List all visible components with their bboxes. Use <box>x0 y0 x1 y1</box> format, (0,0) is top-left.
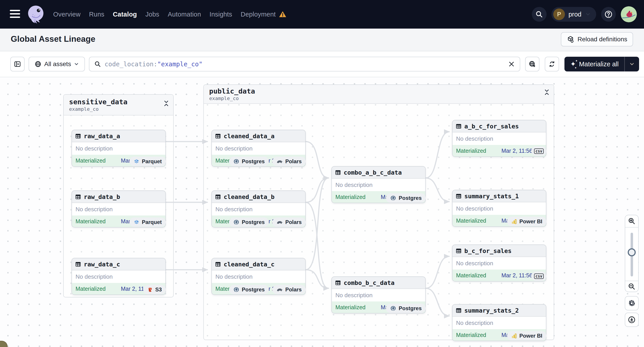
csv-icon: csv <box>534 274 544 279</box>
tag-postgres[interactable]: Postgres <box>229 218 269 227</box>
table-icon <box>215 133 221 139</box>
nav-item-insights[interactable]: Insights <box>210 11 232 18</box>
nav-item-deployment-label: Deployment <box>241 11 276 18</box>
zoom-control <box>625 215 639 292</box>
global-search-button[interactable] <box>532 7 546 22</box>
group-name: public_data <box>209 87 548 95</box>
nav-item-jobs[interactable]: Jobs <box>146 11 159 18</box>
asset-name: summary_stats_1 <box>464 193 519 200</box>
chevron-down-icon <box>585 11 591 17</box>
zoom-in-button[interactable] <box>625 215 638 227</box>
deployment-warning-icon <box>279 10 286 18</box>
tag-postgres[interactable]: Postgres <box>386 193 426 203</box>
environment-switcher[interactable]: P prod <box>552 7 596 22</box>
nav-item-catalog[interactable]: Catalog <box>113 11 137 18</box>
asset-tags: Postgres <box>332 304 426 313</box>
refresh-icon <box>548 60 556 68</box>
asset-search-input[interactable]: code_location:"example_co" <box>89 57 520 71</box>
asset-description: No description <box>212 142 305 155</box>
group-name: sensitive_data <box>69 98 168 106</box>
powerbi-icon <box>511 333 517 339</box>
tag-postgres[interactable]: Postgres <box>229 285 269 294</box>
lineage-canvas[interactable]: sensitive_data example_co public_data ex… <box>0 77 644 347</box>
reload-definitions-button[interactable]: Reload definitions <box>561 32 633 46</box>
s3-bucket-icon <box>147 287 153 293</box>
zoom-slider-thumb[interactable] <box>628 248 636 256</box>
asset-tags: Postgres Polars <box>212 218 306 227</box>
tag-csv[interactable]: csv <box>532 146 546 156</box>
close-icon <box>508 61 515 67</box>
table-icon <box>456 308 462 314</box>
tag-polars[interactable]: Polars <box>272 285 306 294</box>
materialize-options-caret[interactable] <box>624 57 639 71</box>
tag-powerbi[interactable]: Power BI <box>507 331 546 341</box>
collapse-group-icon[interactable] <box>544 89 550 96</box>
open-left-panel-button[interactable] <box>10 57 24 71</box>
zoom-in-icon <box>628 217 636 225</box>
asset-name: raw_data_b <box>84 193 120 200</box>
postgres-icon <box>233 158 240 165</box>
asset-description: No description <box>212 203 305 216</box>
group-header-public-data[interactable]: public_data example_co <box>204 85 554 104</box>
graph-settings-button[interactable] <box>625 296 639 310</box>
nav-item-automation[interactable]: Automation <box>168 11 201 18</box>
tag-csv[interactable]: csv <box>532 272 546 281</box>
tag-postgres[interactable]: Postgres <box>229 157 269 166</box>
collapse-group-icon[interactable] <box>163 100 170 107</box>
asset-tags: Postgres <box>332 193 426 203</box>
group-header-sensitive-data[interactable]: sensitive_data example_co <box>64 95 173 115</box>
nav-right-cluster: P prod <box>532 0 637 28</box>
table-icon <box>75 133 81 139</box>
asset-name: summary_stats_2 <box>464 307 519 314</box>
nav-item-runs[interactable]: Runs <box>89 11 104 18</box>
nav-item-deployment[interactable]: Deployment <box>241 10 286 18</box>
hamburger-menu-icon[interactable] <box>10 10 20 19</box>
asset-description: No description <box>452 317 546 329</box>
asset-scope-dropdown[interactable]: All assets <box>28 57 85 71</box>
tag-s3[interactable]: S3 <box>143 285 166 294</box>
postgres-icon <box>233 287 240 293</box>
asset-graph-settings-button[interactable] <box>525 57 540 71</box>
asset-tags: csv <box>452 146 546 156</box>
zoom-out-button[interactable] <box>625 281 638 292</box>
tag-parquet[interactable]: Parquet <box>130 157 166 166</box>
refresh-button[interactable] <box>545 57 559 71</box>
tag-postgres[interactable]: Postgres <box>386 304 426 313</box>
clear-search-button[interactable] <box>508 61 515 67</box>
lineage-toolbar: All assets code_location:"example_co" ✦✦… <box>0 51 644 77</box>
asset-tags: S3 <box>72 285 166 294</box>
table-icon <box>456 193 462 199</box>
tag-powerbi[interactable]: Power BI <box>507 217 546 226</box>
zoom-out-icon <box>628 283 636 290</box>
asset-name: raw_data_c <box>84 261 120 268</box>
csv-icon: csv <box>534 148 544 154</box>
polars-bear-icon <box>276 220 283 224</box>
environment-name: prod <box>568 11 582 18</box>
asset-description: No description <box>452 257 546 270</box>
tag-parquet[interactable]: Parquet <box>130 218 166 227</box>
dagster-logo[interactable] <box>24 3 47 25</box>
page-header: Global Asset Lineage Reload definitions <box>0 28 644 51</box>
download-image-button[interactable] <box>625 313 639 327</box>
asset-tags: Power BI <box>452 331 546 341</box>
asset-name: combo_a_b_c_data <box>344 169 402 176</box>
table-icon <box>75 261 81 267</box>
group-location: example_co <box>209 96 548 101</box>
search-icon <box>94 61 101 67</box>
help-button[interactable] <box>601 7 616 22</box>
panel-toggle-icon <box>14 60 21 68</box>
asset-tags: Postgres Polars <box>212 285 306 294</box>
asset-description: No description <box>452 132 546 145</box>
asset-description: No description <box>332 179 425 191</box>
asset-name: cleaned_data_b <box>224 193 275 200</box>
asset-description: No description <box>212 270 305 283</box>
materialize-all-button[interactable]: ✦✦✦ Materialize all <box>564 57 624 71</box>
tag-polars[interactable]: Polars <box>272 218 306 227</box>
table-icon <box>456 123 462 129</box>
tag-polars[interactable]: Polars <box>272 157 306 166</box>
user-avatar[interactable] <box>621 6 637 22</box>
asset-tags: Parquet <box>72 157 166 166</box>
asset-scope-label: All assets <box>44 60 71 68</box>
asset-tags: Power BI <box>452 217 546 226</box>
nav-item-overview[interactable]: Overview <box>53 11 80 18</box>
